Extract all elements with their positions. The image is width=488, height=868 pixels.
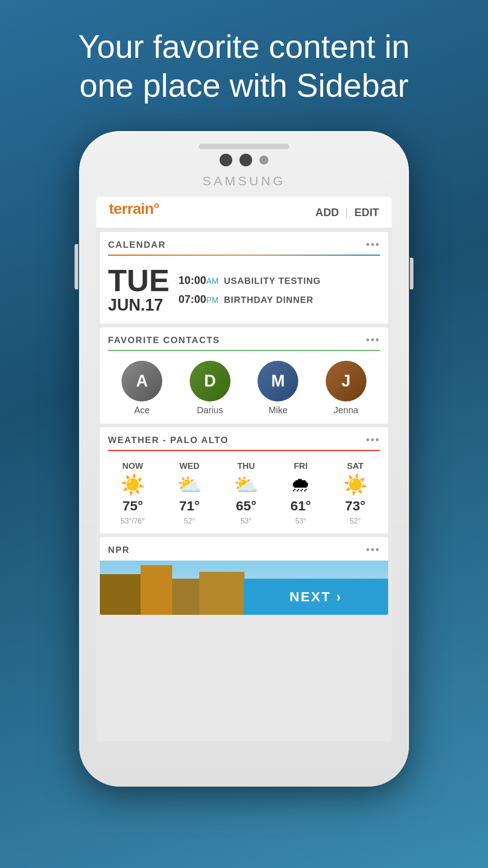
- weather-now-label: NOW: [122, 461, 143, 471]
- contacts-title: FAVORITE CONTACTS: [108, 335, 220, 345]
- content-area: CALENDAR ••• TUE JUN.17 10:00AM USABILIT…: [96, 228, 392, 741]
- weather-widget-header: WEATHER - PALO ALTO •••: [100, 427, 388, 450]
- weather-title: WEATHER - PALO ALTO: [108, 435, 229, 445]
- avatar-jenna: J: [326, 361, 366, 401]
- next-button-label: NEXT ›: [290, 589, 342, 604]
- calendar-date: TUE JUN.17: [108, 265, 169, 315]
- weather-wed-temp: 71°: [179, 498, 200, 514]
- npr-widget-header: NPR •••: [100, 537, 388, 561]
- logo-superscript: °: [154, 200, 160, 217]
- contact-darius-name: Darius: [197, 405, 223, 415]
- contact-jenna[interactable]: J Jenna: [326, 361, 366, 415]
- weather-wed: WED ⛅ 71° 52°: [177, 461, 202, 525]
- weather-now: NOW ☀️ 75° 53°/76°: [120, 461, 145, 525]
- weather-wed-icon: ⛅: [177, 475, 202, 495]
- building-2: [141, 565, 172, 615]
- app-bar-actions: ADD | EDIT: [315, 206, 379, 219]
- contacts-body: A Ace D Darius M Mike J: [100, 356, 388, 424]
- calendar-events-list: 10:00AM USABILITY TESTING 07:00PM BIRTHD…: [178, 265, 380, 315]
- npr-widget: NPR ••• NEXT ›: [100, 537, 388, 615]
- volume-button: [75, 244, 78, 289]
- weather-menu-dots[interactable]: •••: [366, 434, 380, 446]
- phone-shell: SAMSUNG terrain° ADD | EDIT CALEND: [79, 131, 409, 787]
- brand-text: SAMSUNG: [202, 174, 286, 189]
- contact-darius[interactable]: D Darius: [190, 361, 230, 415]
- weather-sat-range: 52°: [350, 517, 361, 525]
- weather-fri-range: 53°: [295, 517, 306, 525]
- building-1: [100, 574, 141, 615]
- calendar-month-date: JUN.17: [108, 296, 169, 315]
- weather-now-icon: ☀️: [120, 475, 145, 495]
- avatar-darius: D: [190, 361, 230, 401]
- contact-ace[interactable]: A Ace: [122, 361, 162, 415]
- contacts-widget: FAVORITE CONTACTS ••• A Ace D Darius: [100, 327, 388, 424]
- front-camera: [239, 154, 252, 166]
- calendar-event-2: 07:00PM BIRTHDAY DINNER: [178, 293, 380, 306]
- calendar-day: TUE: [108, 265, 169, 296]
- action-divider: |: [345, 206, 348, 219]
- weather-wed-range: 52°: [184, 517, 195, 525]
- app-logo: terrain°: [109, 200, 159, 225]
- contacts-accent-bar: [108, 350, 380, 351]
- camera-lens: [220, 154, 232, 166]
- camera-area: [220, 154, 268, 166]
- contacts-menu-dots[interactable]: •••: [366, 334, 380, 346]
- building-4: [199, 572, 244, 615]
- contact-jenna-name: Jenna: [334, 405, 359, 415]
- calendar-event-1: 10:00AM USABILITY TESTING: [178, 274, 380, 287]
- calendar-widget: CALENDAR ••• TUE JUN.17 10:00AM USABILIT…: [100, 232, 388, 324]
- edit-button[interactable]: EDIT: [354, 206, 379, 219]
- weather-sat-label: SAT: [347, 461, 364, 471]
- npr-image: NEXT ›: [100, 561, 388, 615]
- weather-fri-icon: 🌧: [291, 475, 310, 495]
- weather-thu-icon: ⛅: [234, 475, 258, 495]
- event2-name: BIRTHDAY DINNER: [224, 295, 313, 305]
- weather-body: NOW ☀️ 75° 53°/76° WED ⛅ 71° 52° THU: [100, 457, 388, 533]
- calendar-body: TUE JUN.17 10:00AM USABILITY TESTING 07:…: [100, 261, 388, 324]
- weather-thu-temp: 65°: [236, 498, 256, 514]
- event1-ampm: AM: [206, 277, 218, 286]
- contact-mike[interactable]: M Mike: [258, 361, 298, 415]
- weather-fri: FRI 🌧 61° 53°: [291, 461, 311, 525]
- calendar-title: CALENDAR: [108, 240, 166, 250]
- weather-sat-temp: 73°: [345, 498, 366, 514]
- building-3: [172, 579, 199, 615]
- contact-ace-name: Ace: [134, 405, 150, 415]
- weather-now-temp: 75°: [122, 498, 143, 514]
- phone-screen: terrain° ADD | EDIT CALENDAR •••: [96, 197, 392, 741]
- weather-fri-label: FRI: [294, 461, 308, 471]
- calendar-widget-header: CALENDAR •••: [100, 232, 388, 255]
- weather-widget: WEATHER - PALO ALTO ••• NOW ☀️ 75° 53°/7…: [100, 427, 388, 533]
- avatar-mike: M: [258, 361, 298, 401]
- npr-menu-dots[interactable]: •••: [366, 543, 380, 556]
- sensor-dot: [259, 156, 268, 165]
- npr-title: NPR: [108, 545, 130, 555]
- contact-mike-name: Mike: [268, 405, 287, 415]
- phone-mockup: SAMSUNG terrain° ADD | EDIT CALEND: [79, 131, 409, 787]
- speaker-grill: [199, 144, 289, 149]
- avatar-ace: A: [122, 361, 162, 401]
- weather-now-range: 53°/76°: [121, 517, 145, 525]
- event2-time: 07:00PM: [178, 293, 218, 306]
- event1-name: USABILITY TESTING: [224, 276, 320, 286]
- weather-fri-temp: 61°: [291, 498, 311, 514]
- hero-text: Your favorite content in one place with …: [0, 27, 488, 105]
- weather-sat-icon: ☀️: [343, 475, 368, 495]
- calendar-menu-dots[interactable]: •••: [366, 238, 380, 251]
- event1-time: 10:00AM: [178, 274, 218, 287]
- add-button[interactable]: ADD: [315, 206, 339, 219]
- logo-text: terrain: [109, 200, 154, 217]
- event2-ampm: PM: [206, 296, 218, 305]
- app-bar: terrain° ADD | EDIT: [96, 197, 392, 228]
- weather-wed-label: WED: [179, 461, 199, 471]
- weather-sat: SAT ☀️ 73° 52°: [343, 461, 368, 525]
- hero-line2: one place with Sidebar: [80, 67, 408, 104]
- weather-thu-label: THU: [237, 461, 255, 471]
- hero-line1: Your favorite content in: [78, 28, 410, 65]
- power-button: [410, 258, 413, 289]
- next-button[interactable]: NEXT ›: [244, 579, 388, 615]
- weather-thu: THU ⛅ 65° 53°: [234, 461, 258, 525]
- calendar-accent-bar: [108, 255, 380, 256]
- contacts-widget-header: FAVORITE CONTACTS •••: [100, 327, 388, 350]
- weather-thu-range: 53°: [241, 517, 252, 525]
